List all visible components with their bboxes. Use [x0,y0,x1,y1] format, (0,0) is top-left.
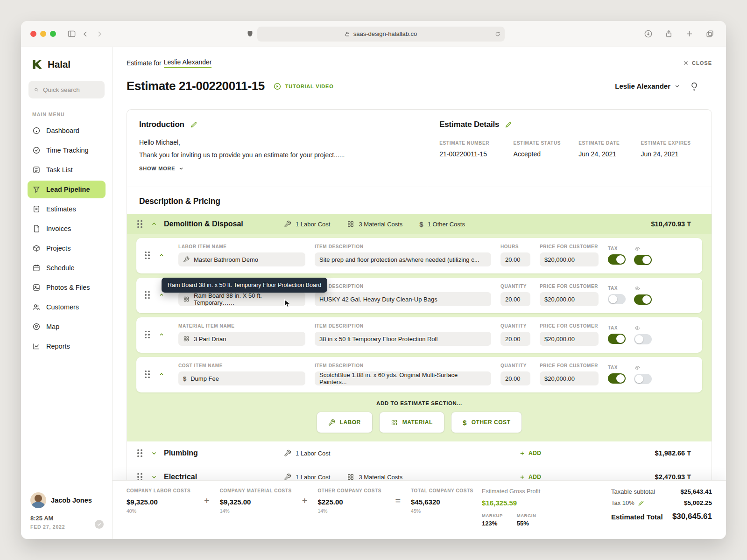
search-input[interactable] [43,86,99,93]
add-section-prompt: ADD TO ESTIMATE SECTION... [127,397,712,412]
main-menu: Dashboard Time Tracking Task List Lead P… [21,122,112,355]
window-controls[interactable] [30,31,56,37]
sidebar-item-reports[interactable]: Reports [28,337,106,355]
row-kebab-menu-icon[interactable] [691,251,695,259]
quantity-input[interactable]: 20.00 [500,292,530,306]
tax-toggle[interactable] [608,334,626,344]
tab-overview-icon[interactable] [703,28,717,41]
dollar-icon: $ [419,220,423,228]
chevron-up-icon[interactable] [159,252,164,258]
show-more-button[interactable]: SHOW MORE [139,166,415,171]
breadcrumb-customer-link[interactable]: Leslie Alexander [164,58,212,68]
edit-pencil-icon[interactable] [190,121,197,128]
edit-pencil-icon[interactable] [505,121,512,128]
quantity-input[interactable]: 20.00 [500,371,530,385]
tax-toggle[interactable] [608,294,626,304]
visibility-toggle[interactable] [634,255,652,265]
item-name-input[interactable]: $ Dump Fee [178,371,305,385]
refresh-icon[interactable] [494,31,501,37]
item-description-input[interactable]: 38 in x 50 ft Temporary Floor Protection… [315,332,491,346]
drag-handle-icon[interactable] [145,252,152,259]
drag-handle-icon[interactable] [145,291,152,299]
drag-handle-icon[interactable] [137,473,144,481]
sidebar-item-task-list[interactable]: Task List [28,161,106,179]
visibility-toggle[interactable] [634,334,652,344]
app-logo[interactable]: Halal [21,58,112,70]
section-kebab-menu-icon[interactable] [698,220,701,228]
item-name-input[interactable]: Master Bathroom Demo [178,252,305,266]
item-description-input[interactable]: HUSKY 42 Gal. Heavy Duty Clean-Up Bags [315,292,491,306]
price-input[interactable]: $20,000.00 [540,292,599,306]
price-input[interactable]: $20,000.00 [540,252,599,266]
back-icon[interactable] [78,28,92,41]
row-kebab-menu-icon[interactable] [691,370,695,378]
hours-input[interactable]: 20.00 [500,252,530,266]
assignee-dropdown[interactable]: Leslie Alexander [615,82,680,90]
visibility-toggle[interactable] [634,294,652,305]
add-labor-button[interactable]: LABOR [317,412,373,433]
estimate-status-field: ESTIMATE STATUS Accepted [514,140,572,158]
chevron-down-icon[interactable] [151,450,157,456]
item-description-input[interactable]: ScotchBlue 1.88 in. x 60 yds. Original M… [315,371,491,385]
privacy-shield-icon[interactable] [243,28,257,41]
sidebar-item-time-tracking[interactable]: Time Tracking [28,141,106,159]
price-input[interactable]: $20,000.00 [540,332,599,346]
sidebar-toggle-icon[interactable] [64,28,78,41]
sidebar-item-schedule[interactable]: Schedule [28,259,106,277]
sidebar-item-lead-pipeline[interactable]: Lead Pipeline [28,181,106,198]
price-input[interactable]: $20,000.00 [540,371,599,385]
sidebar-item-photos-files[interactable]: Photos & Files [28,279,106,296]
sidebar-item-estimates[interactable]: Estimates [28,200,106,218]
header-kebab-menu-icon[interactable] [708,82,712,91]
zoom-window-button[interactable] [50,31,56,37]
sidebar-item-customers[interactable]: Customers [28,298,106,316]
quick-search[interactable] [28,81,105,98]
row-kebab-menu-icon[interactable] [691,330,695,339]
add-item-button[interactable]: ADD [519,474,542,480]
user-profile[interactable]: Jacob Jones 8:25 AM FED 27, 2022 [21,492,112,530]
drag-handle-icon[interactable] [137,449,144,457]
section-plumbing[interactable]: Plumbing 1 Labor Cost ADD $1,982.66 T [127,441,712,465]
quantity-input[interactable]: 20.00 [500,332,530,346]
add-item-button[interactable]: ADD [519,450,542,456]
minimize-window-button[interactable] [40,31,46,37]
sidebar-item-projects[interactable]: Projects [28,239,106,257]
tutorial-video-button[interactable]: TUTORIAL VIDEO [273,82,334,91]
visibility-toggle[interactable] [634,374,652,384]
new-tab-icon[interactable] [682,28,696,41]
sidebar-item-invoices[interactable]: Invoices [28,220,106,238]
downloads-icon[interactable] [641,28,655,41]
breadcrumb: Estimate for Leslie Alexander CLOSE [127,58,712,68]
item-description-input[interactable]: Site prep and floor protection as/where … [315,252,491,266]
chevron-up-icon[interactable] [151,221,157,227]
address-bar[interactable]: saas-design-halallab.co [257,27,505,42]
section-header[interactable]: Demolition & Disposal 1 Labor Cost 3 Mat… [127,214,712,234]
lightbulb-icon[interactable] [690,82,699,91]
chevron-up-icon[interactable] [159,332,164,337]
drag-handle-icon[interactable] [145,331,152,339]
item-name-input[interactable]: 3 Part Drian [178,332,305,346]
sidebar-item-dashboard[interactable]: Dashboard [28,122,106,140]
chevron-up-icon[interactable] [159,292,164,298]
chevron-up-icon[interactable] [159,371,164,377]
share-icon[interactable] [662,28,676,41]
drag-handle-icon[interactable] [137,220,144,228]
sidebar-item-map[interactable]: Map [28,318,106,336]
tax-toggle[interactable] [608,254,626,265]
close-estimate-button[interactable]: CLOSE [683,60,712,66]
close-label: CLOSE [692,60,712,66]
forward-icon[interactable] [92,28,106,41]
chevron-down-icon[interactable] [151,474,157,480]
material-cost-stat: 3 Material Costs [347,473,402,481]
edit-pencil-icon[interactable] [638,500,644,506]
section-kebab-menu-icon[interactable] [698,449,701,457]
sidebar-item-label: Estimates [46,205,76,213]
close-window-button[interactable] [30,31,36,37]
tax-toggle[interactable] [608,373,626,384]
row-kebab-menu-icon[interactable] [691,291,695,299]
drag-handle-icon[interactable] [145,371,152,378]
estimate-card: Introduction Hello Michael, Thank you fo… [127,109,712,489]
add-material-button[interactable]: MATERIAL [379,412,444,433]
plus-icon [519,450,525,456]
add-other-cost-button[interactable]: $ OTHER COST [451,412,522,433]
